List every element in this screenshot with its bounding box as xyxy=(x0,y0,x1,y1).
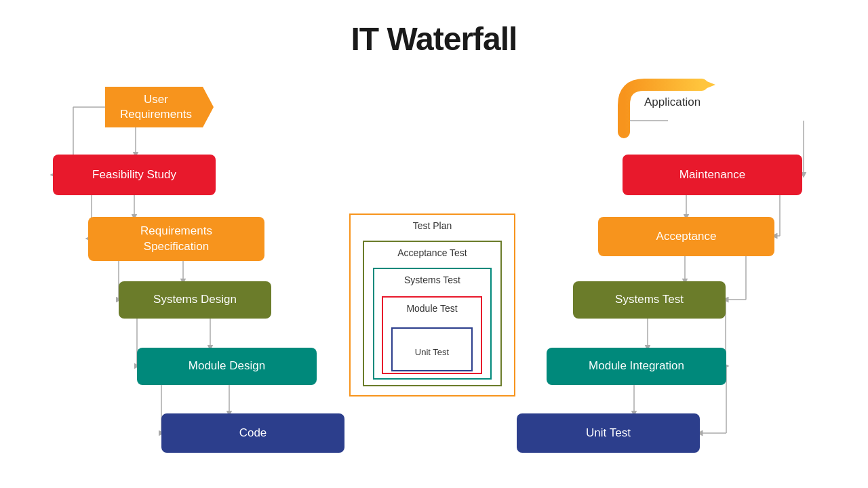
module-integration-box: Module Integration xyxy=(547,348,726,385)
module-design-box: Module Design xyxy=(137,348,317,385)
systems-test-right-box: Systems Test xyxy=(573,281,726,319)
application-label: Application xyxy=(644,96,701,109)
feasibility-study-box: Feasibility Study xyxy=(53,155,216,195)
maintenance-box: Maintenance xyxy=(623,155,802,195)
page: IT Waterfall xyxy=(0,0,868,488)
acceptance-box: Acceptance xyxy=(598,217,774,256)
unit-test-right-box: Unit Test xyxy=(517,413,700,453)
unit-test-center-box: Unit Test xyxy=(391,327,473,371)
test-hierarchy-container: Test Plan Acceptance Test Systems Test M… xyxy=(349,214,515,403)
svg-marker-31 xyxy=(702,79,715,90)
requirements-specification-box: Requirements Specification xyxy=(88,217,264,261)
page-title: IT Waterfall xyxy=(0,0,868,58)
code-box: Code xyxy=(161,413,344,453)
user-requirements-box: User Requirements xyxy=(105,87,214,127)
systems-design-box: Systems Design xyxy=(119,281,271,319)
application-area: Application xyxy=(604,78,739,142)
